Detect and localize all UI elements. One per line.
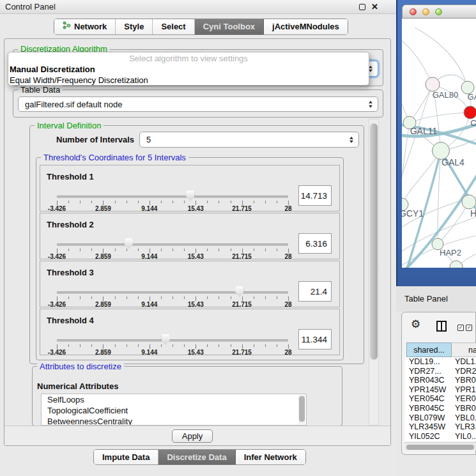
network-edge	[402, 38, 433, 84]
tab-jactivemnodules[interactable]: jActiveMNodules	[264, 19, 348, 35]
table-row[interactable]: YLR345WYLR3...	[404, 422, 476, 432]
attribute-list-item[interactable]: SelfLoops	[42, 394, 306, 405]
tab-style[interactable]: Style	[116, 19, 153, 35]
tab-network[interactable]: Network	[54, 19, 116, 35]
cell-shared-name: YDL19...	[404, 357, 451, 367]
table-row[interactable]: YBL079WYBL0...	[404, 413, 476, 423]
slider-tick	[115, 201, 116, 203]
threshold-row: Threshold 4-3.4262.8599.14415.4321.71528…	[40, 309, 340, 355]
slider-thumb[interactable]	[235, 286, 243, 297]
network-node[interactable]	[426, 77, 440, 91]
tab-discretize-data[interactable]: Discretize Data	[158, 450, 235, 464]
slider-tick	[254, 249, 254, 251]
slider-tick	[103, 201, 104, 205]
threshold-value-field[interactable]: 6.316	[298, 233, 332, 254]
tab-select[interactable]: Select	[153, 19, 194, 35]
close-icon[interactable]: ✕	[371, 2, 378, 12]
network-node[interactable]	[464, 106, 476, 119]
network-node-label: GAL11	[410, 126, 438, 136]
table-row[interactable]: YDR27...YDR2...	[404, 367, 476, 376]
slider-tick	[277, 249, 277, 251]
slider-tick	[242, 201, 243, 205]
network-node-label: H	[470, 208, 476, 219]
threshold-row: Threshold 3-3.4262.8599.14415.4321.71528…	[40, 261, 340, 307]
slider-tick	[80, 201, 81, 203]
cell-shared-name: YLR345W	[404, 422, 451, 432]
checkbox-icon[interactable]: ✓	[457, 325, 464, 331]
threshold-label: Threshold 1	[47, 172, 94, 181]
panel-vertical-scrollbar[interactable]	[369, 119, 379, 426]
slider-tick	[103, 344, 104, 349]
slider-thumb[interactable]	[162, 334, 170, 345]
slider-tick	[57, 296, 58, 301]
table-row[interactable]: YIL052CYIL0...	[404, 432, 476, 441]
slider-tick	[196, 344, 196, 349]
thresholds-group-title: Threshold's Coordinates for 5 Intervals	[41, 153, 188, 162]
slider-thumb[interactable]	[125, 238, 133, 249]
table-row[interactable]: YER054CYER0...	[404, 394, 476, 404]
slider-tick	[184, 249, 185, 251]
split-columns-icon[interactable]	[436, 321, 447, 332]
network-node[interactable]	[450, 261, 463, 268]
cell-shared-name: YBR045C	[404, 404, 451, 413]
attributes-list-scrollbar[interactable]	[298, 395, 305, 424]
checkbox-icon[interactable]: ✓	[466, 325, 472, 331]
table-row[interactable]: YBR043CYBR0...	[404, 376, 476, 385]
network-node[interactable]	[462, 195, 476, 209]
slider-track[interactable]	[57, 243, 288, 246]
slider-track[interactable]	[57, 339, 288, 342]
column-header-name[interactable]: na	[452, 342, 476, 357]
numerical-attributes-list[interactable]: SelfLoopsTopologicalCoefficientBetweenne…	[41, 394, 307, 426]
table-row[interactable]: YDL19...YDL1...	[404, 357, 476, 367]
slider-tick	[161, 344, 162, 347]
gear-icon[interactable]: ⚙	[411, 319, 420, 330]
attribute-list-item[interactable]: BetweennessCentrality	[42, 416, 306, 426]
close-traffic-light[interactable]	[410, 8, 417, 15]
slider-tick-label: -3.426	[40, 205, 74, 212]
threshold-value-field[interactable]: 11.344	[298, 329, 332, 349]
slider-tick	[288, 344, 289, 349]
table-data-combobox[interactable]: galFiltered.sif default node	[18, 96, 378, 112]
zoom-traffic-light[interactable]	[435, 8, 442, 15]
slider-tick	[277, 344, 277, 347]
popup-item-equal-width-frequency[interactable]: Equal Width/Frequency Discretization	[8, 75, 369, 86]
threshold-value-field[interactable]: 14.713	[298, 185, 332, 206]
table-rows[interactable]: YDL19...YDL1...YDR27...YDR2...YBR043CYBR…	[404, 357, 476, 441]
minimize-traffic-light[interactable]	[422, 8, 429, 15]
slider-track[interactable]	[57, 196, 288, 198]
slider-tick	[68, 296, 69, 299]
tab-impute-data[interactable]: Impute Data	[94, 450, 158, 464]
slider-thumb[interactable]	[186, 190, 194, 201]
tab-cyni-toolbox[interactable]: Cyni Toolbox	[195, 19, 264, 35]
popup-item-manual-discretization[interactable]: Manual Discretization	[8, 64, 369, 75]
slider-tick-label: 9.144	[132, 349, 167, 356]
table-horizontal-scrollbar[interactable]	[404, 442, 476, 450]
threshold-value-field[interactable]: 21.4	[298, 281, 332, 302]
slider-tick-label: 28	[271, 349, 305, 356]
slider-tick	[80, 344, 81, 347]
slider-track[interactable]	[57, 291, 288, 294]
combo-stepper-icon	[369, 101, 372, 108]
number-of-intervals-combobox[interactable]: 5	[139, 132, 359, 148]
slider-tick	[173, 249, 173, 251]
apply-button[interactable]: Apply	[172, 429, 213, 443]
cell-shared-name: YBL079W	[404, 413, 451, 423]
slider-tick-label: -3.426	[40, 349, 74, 356]
slider-tick	[138, 344, 139, 347]
slider-tick	[265, 344, 266, 347]
popup-placeholder-item[interactable]: Select algorithm to view settings	[8, 52, 369, 64]
table-panel-title: Table Panel	[404, 294, 448, 303]
attribute-list-item[interactable]: TopologicalCoefficient	[42, 405, 306, 416]
column-header-shared[interactable]: shared...	[406, 342, 452, 357]
table-row[interactable]: YPR145WYPR1...	[404, 385, 476, 395]
control-panel-titlebar: Control Panel ✕	[0, 0, 396, 14]
float-window-icon[interactable]	[359, 4, 365, 10]
table-row[interactable]: YBR045CYBR0...	[404, 404, 476, 413]
cell-name: YBR0...	[451, 404, 476, 413]
threshold-row: Threshold 2-3.4262.8599.14415.4321.71528…	[40, 213, 340, 259]
slider-tick	[91, 201, 92, 203]
tab-infer-network[interactable]: Infer Network	[236, 450, 305, 464]
network-canvas[interactable]: GAL80GACGAL11GAL4GCY1HHAP2	[402, 19, 476, 268]
network-graph: GAL80GACGAL11GAL4GCY1HHAP2	[402, 19, 476, 268]
slider-tick	[207, 201, 208, 203]
